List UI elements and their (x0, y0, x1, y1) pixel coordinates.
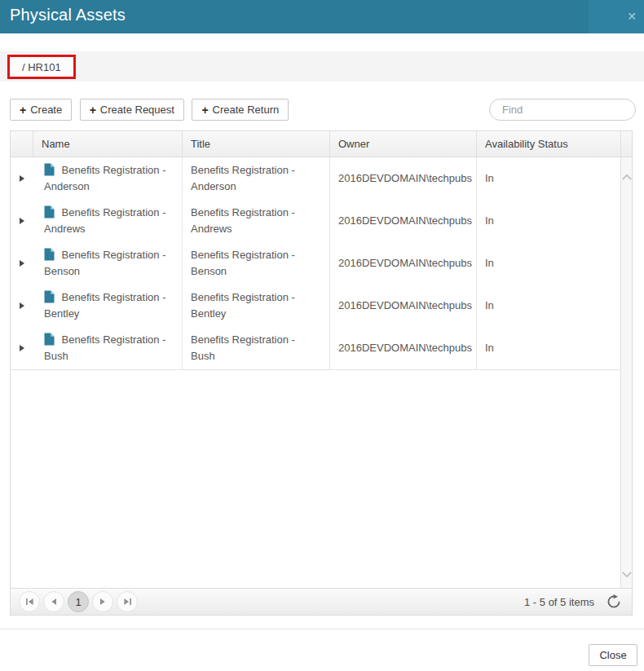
row-expand-cell (11, 157, 33, 200)
seek-last-icon (123, 598, 132, 606)
scroll-down-icon[interactable] (621, 567, 633, 581)
pager-page-1-button[interactable]: 1 (68, 591, 89, 612)
row-owner-cell: 2016DEVDOMAIN\techpubs (329, 242, 476, 285)
asset-status: In (485, 170, 494, 187)
row-name-cell[interactable]: Benefits Registration - Andrews (33, 200, 182, 242)
close-icon: ✕ (627, 10, 637, 23)
document-icon (44, 333, 55, 346)
pager-prev-button[interactable] (43, 591, 64, 612)
create-return-button[interactable]: + Create Return (192, 99, 289, 121)
asset-name: Benefits Registration - Andrews (44, 206, 166, 235)
asset-title: Benefits Registration - Bentley (191, 289, 321, 322)
row-expand-cell (11, 200, 33, 242)
header-cell-status[interactable]: Availability Status (476, 131, 620, 157)
breadcrumb: / HR101 (22, 61, 61, 73)
table-row[interactable]: Benefits Registration - Bentley Benefits… (11, 285, 620, 327)
table-row[interactable]: Benefits Registration - Anderson Benefit… (11, 157, 620, 200)
find-input[interactable] (489, 99, 636, 121)
expand-arrow-icon[interactable] (20, 175, 24, 182)
row-owner-cell: 2016DEVDOMAIN\techpubs (329, 327, 476, 369)
refresh-icon (607, 594, 621, 609)
pager-last-button[interactable] (117, 591, 138, 612)
document-icon (44, 205, 55, 219)
asset-title: Benefits Registration - Andrews (191, 205, 321, 237)
toolbar: + Create + Create Request + Create Retur… (10, 99, 636, 121)
header-cell-expand (11, 131, 33, 157)
asset-owner: 2016DEVDOMAIN\techpubs (338, 340, 472, 356)
plus-icon: + (201, 104, 208, 117)
row-status-cell: In (476, 200, 620, 242)
asset-owner: 2016DEVDOMAIN\techpubs (338, 170, 472, 187)
row-title-cell: Benefits Registration - Andrews (182, 200, 329, 242)
row-name-cell[interactable]: Benefits Registration - Bentley (33, 285, 182, 327)
expand-arrow-icon[interactable] (20, 345, 24, 351)
asset-status: In (485, 340, 494, 356)
grid-header: Name Title Owner Availability Status (11, 131, 632, 157)
row-status-cell: In (476, 157, 620, 200)
row-expand-cell (11, 285, 33, 327)
asset-owner: 2016DEVDOMAIN\techpubs (338, 255, 472, 271)
plus-icon: + (20, 104, 26, 117)
close-button[interactable]: Close (589, 644, 637, 666)
create-request-button[interactable]: + Create Request (80, 99, 184, 121)
document-icon (44, 163, 55, 176)
grid-content: Benefits Registration - Anderson Benefit… (11, 157, 632, 588)
header-cell-name[interactable]: Name (33, 131, 182, 157)
create-button-label: Create (30, 104, 62, 116)
row-status-cell: In (476, 285, 620, 327)
row-name-cell[interactable]: Benefits Registration - Bush (33, 327, 182, 369)
table-row[interactable]: Benefits Registration - Bush Benefits Re… (11, 327, 620, 369)
row-owner-cell: 2016DEVDOMAIN\techpubs (329, 157, 476, 200)
asset-title: Benefits Registration - Benson (191, 247, 321, 280)
row-title-cell: Benefits Registration - Bentley (182, 285, 329, 327)
pager-next-button[interactable] (92, 591, 113, 612)
arrow-right-icon (99, 598, 107, 606)
create-request-button-label: Create Request (100, 104, 174, 116)
row-owner-cell: 2016DEVDOMAIN\techpubs (329, 200, 476, 242)
row-expand-cell (11, 327, 33, 369)
table-row[interactable]: Benefits Registration - Andrews Benefits… (11, 200, 620, 242)
row-title-cell: Benefits Registration - Bush (182, 327, 329, 369)
dialog-close-button[interactable]: ✕ (589, 0, 644, 33)
expand-arrow-icon[interactable] (20, 218, 24, 224)
breadcrumb-bar: / HR101 (0, 51, 644, 82)
row-title-cell: Benefits Registration - Anderson (182, 157, 329, 200)
header-cell-owner[interactable]: Owner (329, 131, 476, 157)
asset-owner: 2016DEVDOMAIN\techpubs (338, 213, 472, 229)
pager-first-button[interactable] (19, 591, 40, 612)
row-name-cell[interactable]: Benefits Registration - Anderson (33, 157, 182, 200)
asset-owner: 2016DEVDOMAIN\techpubs (338, 298, 472, 314)
asset-status: In (485, 213, 494, 229)
row-expand-cell (11, 242, 33, 285)
table-row[interactable]: Benefits Registration - Benson Benefits … (11, 242, 620, 285)
assets-grid: Name Title Owner Availability Status Ben… (10, 130, 633, 616)
table-body: Benefits Registration - Anderson Benefit… (11, 157, 620, 370)
create-return-button-label: Create Return (213, 104, 280, 116)
row-status-cell: In (476, 242, 620, 285)
header-cell-filler (620, 131, 632, 157)
breadcrumb-highlight[interactable]: / HR101 (7, 55, 76, 79)
scroll-up-icon[interactable] (621, 169, 633, 183)
dialog-title: Physical Assets (10, 6, 126, 24)
asset-name: Benefits Registration - Bush (44, 333, 166, 362)
plus-icon: + (90, 104, 96, 117)
dialog-titlebar: Physical Assets ✕ (0, 0, 644, 33)
asset-title: Benefits Registration - Anderson (191, 162, 321, 195)
asset-status: In (485, 298, 494, 314)
pager-info: 1 - 5 of 5 items (524, 596, 594, 608)
vertical-scrollbar[interactable] (620, 157, 632, 588)
row-owner-cell: 2016DEVDOMAIN\techpubs (329, 285, 476, 327)
create-button[interactable]: + Create (10, 99, 72, 121)
expand-arrow-icon[interactable] (20, 260, 24, 267)
header-cell-title[interactable]: Title (182, 131, 329, 157)
row-name-cell[interactable]: Benefits Registration - Benson (33, 242, 182, 285)
row-status-cell: In (476, 327, 620, 369)
asset-name: Benefits Registration - Benson (44, 249, 166, 277)
refresh-button[interactable] (606, 594, 622, 610)
footer-divider (0, 629, 644, 629)
physical-assets-dialog: Physical Assets ✕ / HR101 + Create + Cre… (0, 0, 644, 671)
arrow-left-icon (50, 598, 58, 606)
pager: 1 1 - 5 of 5 items (11, 588, 632, 615)
asset-title: Benefits Registration - Bush (191, 332, 321, 364)
expand-arrow-icon[interactable] (20, 302, 24, 309)
